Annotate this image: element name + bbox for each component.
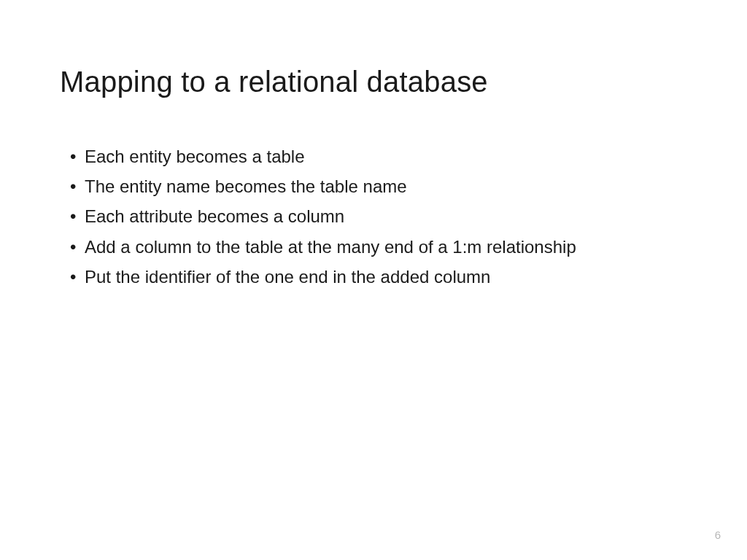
page-number: 6 [715,529,721,541]
bullet-item: The entity name becomes the table name [70,173,687,200]
bullet-item: Each entity becomes a table [70,143,687,170]
bullet-item: Add a column to the table at the many en… [70,233,687,260]
bullet-item: Put the identifier of the one end in the… [70,263,687,290]
bullet-list: Each entity becomes a table The entity n… [60,143,687,290]
bullet-item: Each attribute becomes a column [70,203,687,230]
slide-title: Mapping to a relational database [60,64,687,99]
slide: Mapping to a relational database Each en… [0,0,747,560]
